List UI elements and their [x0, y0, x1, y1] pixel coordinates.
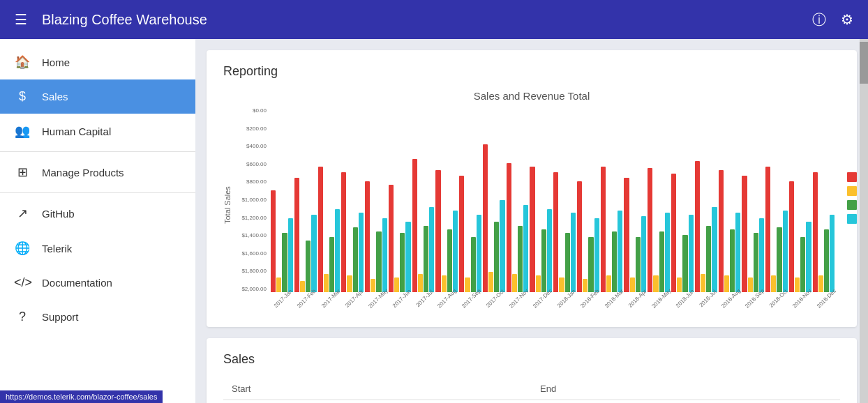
sidebar-item-home[interactable]: 🏠 Home [0, 45, 195, 79]
bar-cala [418, 274, 423, 293]
bar-na [618, 211, 622, 292]
bar-apac [671, 174, 676, 292]
telerik-icon: 🌐 [14, 241, 31, 256]
bar-na [712, 207, 717, 292]
bar-cala [512, 274, 517, 293]
y-axis-tick: $1,000.00 [234, 197, 267, 203]
bar-apac [483, 144, 488, 292]
cell-start: 1/1/2017 [223, 400, 532, 403]
code-icon: </> [14, 275, 31, 290]
bar-emea [424, 226, 428, 292]
legend-color [847, 214, 857, 224]
sidebar-divider [0, 151, 195, 152]
sidebar-item-sales[interactable]: $ Sales [0, 79, 195, 114]
sidebar-item-telerik[interactable]: 🌐 Telerik [0, 231, 195, 266]
bar-cala [677, 277, 682, 292]
bar-cala [724, 275, 729, 292]
bar-apac [341, 172, 346, 292]
bar-cala [701, 274, 705, 293]
y-axis-tick: $1,600.00 [234, 250, 267, 257]
y-axis-labels: $2,000.00$1,800.00$1,600.00$1,400.00$1,2… [234, 107, 269, 292]
sales-card: Sales Start End 1/1/2017 1/1/2019 [207, 338, 857, 403]
info-icon[interactable]: ⓘ [809, 10, 829, 29]
bar-cala [442, 275, 447, 292]
y-axis-tick: $800.00 [234, 178, 267, 185]
sales-title: Sales [223, 352, 840, 367]
sidebar-divider-2 [0, 192, 195, 193]
bar-group [271, 107, 293, 292]
bar-na [477, 215, 481, 292]
people-icon: 👥 [14, 123, 31, 139]
github-icon: ↗ [14, 206, 31, 221]
app-title: Blazing Coffee Warehouse [42, 12, 798, 28]
main-content: Reporting Sales and Revenue Total Total … [195, 39, 868, 403]
home-icon: 🏠 [14, 54, 31, 70]
bar-apac [412, 159, 417, 292]
bar-emea [306, 241, 310, 292]
sidebar-label-telerik: Telerik [42, 243, 72, 254]
sidebar-item-manage-products[interactable]: ⊞ Manage Products [0, 155, 195, 190]
bar-emea [706, 226, 711, 292]
x-axis-labels: 2017-Jan2017-Feb2017-Mar2017-Apr2017-May… [269, 294, 836, 303]
bar-na [806, 222, 811, 292]
bar-emea [682, 235, 687, 292]
sidebar-item-github[interactable]: ↗ GitHub [0, 196, 195, 231]
bar-apac [530, 167, 534, 292]
bar-group [789, 107, 811, 292]
col-end: End [532, 378, 840, 400]
bar-na [405, 222, 410, 292]
bar-cala [324, 274, 329, 293]
bar-group [294, 107, 317, 292]
bar-apac [765, 167, 770, 292]
sidebar-item-support[interactable]: ? Support [0, 300, 195, 334]
bar-group [577, 107, 599, 292]
sidebar-item-human-capital[interactable]: 👥 Human Capital [0, 114, 195, 149]
chart-body: $2,000.00$1,800.00$1,600.00$1,400.00$1,2… [234, 107, 836, 303]
grid-icon: ⊞ [14, 165, 31, 180]
bar-group [530, 107, 552, 292]
bar-apac [365, 181, 370, 292]
bar-group [671, 107, 694, 292]
bar-cala [559, 277, 564, 292]
bar-group [719, 107, 741, 292]
sidebar-label-support: Support [42, 311, 79, 323]
bar-emea [541, 229, 546, 292]
bar-group [483, 107, 505, 292]
sidebar-label-manage-products: Manage Products [42, 167, 124, 178]
sidebar-label-github: GitHub [42, 208, 75, 220]
bar-apac [553, 172, 558, 292]
menu-icon[interactable]: ☰ [11, 10, 31, 29]
bar-cala [630, 277, 635, 292]
legend-color [847, 172, 857, 182]
bar-emea [754, 233, 758, 292]
bar-cala [795, 277, 800, 292]
bar-emea [612, 231, 617, 292]
bar-group [318, 107, 341, 292]
bar-emea [282, 233, 287, 292]
bar-apac [813, 172, 818, 292]
scrollbar-thumb[interactable] [860, 42, 868, 84]
bar-na [735, 213, 740, 292]
bar-emea [329, 237, 334, 293]
bar-na [335, 209, 340, 292]
sidebar: 🏠 Home $ Sales 👥 Human Capital ⊞ Manage … [0, 39, 195, 403]
bar-na [547, 209, 552, 292]
sidebar-item-documentation[interactable]: </> Documentation [0, 266, 195, 300]
bars-wrapper [269, 107, 836, 292]
bar-group [435, 107, 458, 292]
chart-container: Sales and Revenue Total Total Sales $2,0… [223, 90, 840, 313]
sidebar-label-documentation: Documentation [42, 277, 112, 289]
bar-apac [389, 185, 394, 292]
bar-emea [824, 229, 829, 292]
header-actions: ⓘ ⚙ [809, 10, 857, 29]
bar-emea [471, 237, 476, 293]
sidebar-label-sales: Sales [42, 91, 68, 102]
y-axis-tick: $400.00 [234, 143, 267, 149]
bar-na [359, 213, 364, 292]
bar-cala [748, 277, 753, 292]
settings-icon[interactable]: ⚙ [837, 10, 857, 29]
y-axis-tick: $200.00 [234, 126, 267, 132]
scrollbar[interactable] [860, 39, 868, 403]
bar-cala [583, 279, 588, 292]
bar-emea [730, 229, 735, 292]
